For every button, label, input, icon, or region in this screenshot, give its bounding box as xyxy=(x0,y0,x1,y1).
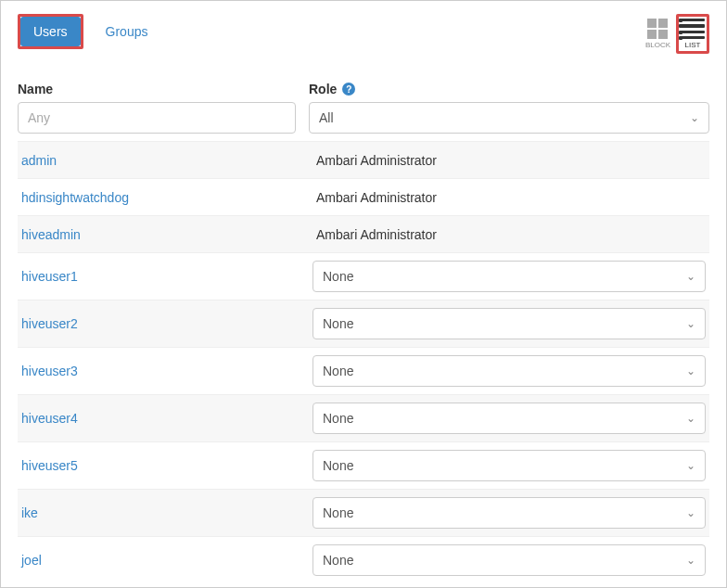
chevron-down-icon: ⌄ xyxy=(686,364,695,377)
view-block-label: BLOCK xyxy=(645,41,670,49)
user-link[interactable]: joel xyxy=(21,553,42,568)
view-list-label: LIST xyxy=(685,41,701,49)
role-select-value: None xyxy=(323,364,353,378)
name-filter-input[interactable] xyxy=(18,102,296,134)
chevron-down-icon: ⌄ xyxy=(686,317,695,330)
table-row: hiveadminAmbari Administrator xyxy=(18,215,709,252)
chevron-down-icon: ⌄ xyxy=(690,111,699,124)
role-select[interactable]: None⌄ xyxy=(312,544,706,576)
role-select-value: None xyxy=(323,269,353,284)
user-link[interactable]: hiveuser3 xyxy=(21,364,78,378)
view-block-button[interactable]: BLOCK xyxy=(644,17,672,51)
column-headers: Name Role ? All ⌄ xyxy=(18,82,709,134)
help-icon[interactable]: ? xyxy=(342,83,355,96)
tab-groups[interactable]: Groups xyxy=(93,17,161,46)
role-select-value: None xyxy=(323,458,353,473)
entity-tabs: Users Groups xyxy=(18,14,160,49)
role-select[interactable]: None⌄ xyxy=(312,261,706,292)
user-link[interactable]: hiveuser4 xyxy=(21,411,78,426)
chevron-down-icon: ⌄ xyxy=(686,270,695,283)
role-select-value: None xyxy=(323,505,353,520)
chevron-down-icon: ⌄ xyxy=(686,459,695,472)
user-rows: adminAmbari Administratorhdinsightwatchd… xyxy=(18,141,709,583)
role-select[interactable]: None⌄ xyxy=(312,355,706,387)
user-link[interactable]: hiveuser5 xyxy=(21,458,78,473)
role-text: Ambari Administrator xyxy=(312,227,706,242)
chevron-down-icon: ⌄ xyxy=(686,412,695,425)
role-select[interactable]: None⌄ xyxy=(312,308,706,339)
role-select[interactable]: None⌄ xyxy=(312,450,706,481)
user-link[interactable]: hiveadmin xyxy=(21,227,81,242)
highlight-users-tab: Users xyxy=(18,14,83,49)
table-row: hdinsightwatchdogAmbari Administrator xyxy=(18,178,709,215)
role-text: Ambari Administrator xyxy=(312,153,706,168)
role-select-value: None xyxy=(323,553,353,568)
chevron-down-icon: ⌄ xyxy=(686,554,695,567)
table-row: hiveuser1None⌄ xyxy=(18,252,709,300)
role-select[interactable]: None⌄ xyxy=(312,403,706,434)
tab-users[interactable]: Users xyxy=(20,17,81,46)
role-header-text: Role xyxy=(309,82,337,96)
user-link[interactable]: hdinsightwatchdog xyxy=(21,190,129,205)
table-row: hiveuser2None⌄ xyxy=(18,300,709,347)
table-row: hiveuser4None⌄ xyxy=(18,394,709,441)
role-text: Ambari Administrator xyxy=(312,190,706,205)
table-row: adminAmbari Administrator xyxy=(18,141,709,178)
user-link[interactable]: ike xyxy=(21,505,38,520)
list-icon xyxy=(681,19,705,39)
role-select-value: None xyxy=(323,411,353,426)
role-select-value: None xyxy=(323,316,353,331)
name-header: Name xyxy=(18,82,296,96)
role-filter-value: All xyxy=(319,110,334,125)
table-row: hiveuser3None⌄ xyxy=(18,347,709,394)
user-link[interactable]: hiveuser2 xyxy=(21,316,78,331)
role-filter-select[interactable]: All ⌄ xyxy=(309,102,709,134)
highlight-list-view: LIST xyxy=(676,14,709,54)
block-icon xyxy=(647,19,668,39)
user-link[interactable]: admin xyxy=(21,153,57,168)
view-toggle: BLOCK LIST xyxy=(644,14,709,54)
user-link[interactable]: hiveuser1 xyxy=(21,269,78,284)
table-row: ikeNone⌄ xyxy=(18,489,709,536)
chevron-down-icon: ⌄ xyxy=(686,506,695,519)
table-row: hiveuser5None⌄ xyxy=(18,441,709,489)
view-list-button[interactable]: LIST xyxy=(679,17,707,51)
role-select[interactable]: None⌄ xyxy=(312,497,706,529)
table-row: joelNone⌄ xyxy=(18,536,709,583)
role-header: Role ? xyxy=(309,82,709,96)
